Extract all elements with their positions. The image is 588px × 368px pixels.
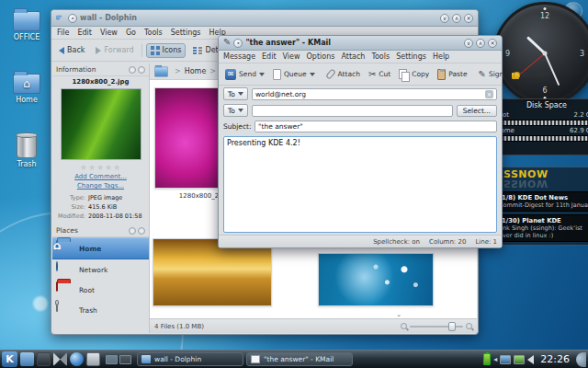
clear-field-icon[interactable]: ✕ [485, 90, 493, 98]
panel-close-icon[interactable] [138, 227, 145, 235]
file-cabinet-icon[interactable] [86, 352, 100, 366]
menu-attach[interactable]: Attach [341, 52, 365, 61]
chevron-down-icon [238, 109, 243, 115]
dolphin-titlebar[interactable]: • wall - Dolphin ∨ ∧ ✕ [51, 10, 478, 27]
panel-float-icon[interactable] [129, 227, 136, 235]
places-item-root[interactable]: Root [52, 280, 149, 300]
queue-button[interactable]: Queue [270, 67, 318, 82]
disk-space-widget[interactable]: Disk Space root 2.2 GiB home 62.9 GiB [491, 98, 588, 155]
copy-button[interactable]: Copy [396, 67, 432, 82]
send-button[interactable]: ✉ Send [222, 67, 267, 82]
disk-usage-bar [496, 120, 588, 126]
toolbar-separator [141, 44, 142, 57]
display-launcher-icon[interactable] [37, 352, 51, 366]
rssnow-widget[interactable]: RSSNOW RSSNOW (1/8) KDE Dot News Commit-… [491, 167, 588, 246]
cut-button[interactable]: ✂ Cut [366, 68, 393, 81]
menu-settings[interactable]: Settings [396, 52, 426, 61]
wallpaper-thumbnail-bokeh[interactable] [318, 253, 434, 306]
system-launcher-icon[interactable] [20, 352, 34, 366]
analog-clock-widget[interactable]: 12 3 6 9 [493, 2, 588, 105]
kmail-window[interactable]: ✎ • "the answer" - KMail ∨ ∧ ✕ Message E… [218, 35, 503, 248]
close-icon[interactable]: ✕ [464, 14, 473, 23]
window-menu-icon[interactable]: • [68, 14, 77, 23]
subject-field[interactable]: "the answer" [254, 121, 497, 132]
display-tray-icon[interactable] [500, 355, 511, 364]
rating-stars[interactable]: ★★★★★ [52, 163, 149, 172]
paste-button[interactable]: Paste [435, 67, 469, 82]
to-address-field[interactable]: world@net.org ✕ [252, 88, 497, 100]
kmenu-launcher-icon[interactable]: K [2, 351, 17, 367]
close-icon[interactable]: ✕ [488, 39, 497, 48]
panel-float-icon[interactable] [129, 66, 136, 74]
zoom-slider-track[interactable] [410, 326, 463, 328]
zoom-slider-handle[interactable] [448, 322, 456, 331]
to-address-field-2[interactable] [252, 105, 453, 117]
encrypt-button[interactable]: Encrypt [509, 67, 551, 81]
desktop-icon-home[interactable]: ⌂ Home [6, 74, 48, 104]
back-button[interactable]: Back [55, 44, 88, 56]
window-menu-icon[interactable]: • [233, 39, 243, 48]
icons-view-button[interactable]: Icons [146, 43, 187, 58]
menu-view[interactable]: View [283, 52, 300, 61]
pager-desktop-1[interactable] [106, 355, 118, 364]
rss-feed-item[interactable]: (1/30) Planet KDE ank Singh (ssingh): Ge… [495, 214, 588, 242]
change-tags-link[interactable]: Change Tags... [52, 181, 149, 190]
wallpaper-thumbnail-landscape[interactable] [153, 238, 272, 306]
places-item-trash[interactable]: Trash [52, 300, 149, 320]
to-recipient-combo[interactable]: To [223, 87, 248, 100]
composer-icon: ✎ [223, 38, 231, 49]
menu-view[interactable]: View [100, 29, 118, 37]
breadcrumb-item-home[interactable]: Home [185, 67, 207, 75]
menu-edit[interactable]: Edit [262, 52, 277, 61]
maximize-icon[interactable]: ∧ [452, 14, 461, 23]
places-item-network[interactable]: Network [52, 259, 149, 280]
minimize-icon[interactable]: ∨ [464, 39, 473, 48]
meta-label: Modified: [55, 213, 88, 220]
zoom-out-icon[interactable] [401, 323, 407, 329]
panel-cashew-icon[interactable] [576, 352, 586, 367]
pager-desktop-2[interactable] [119, 355, 131, 364]
task-button-dolphin[interactable]: wall - Dolphin [137, 352, 243, 366]
zoom-in-icon[interactable] [466, 323, 472, 329]
scrollbar-down-icon[interactable]: ⌄ [396, 311, 401, 318]
network-tray-icon[interactable] [514, 355, 525, 364]
breadcrumb-root-icon[interactable] [154, 66, 168, 76]
back-arrow-icon [59, 47, 64, 54]
minimize-icon[interactable]: ∨ [440, 14, 449, 23]
chevron-down-icon [259, 73, 265, 79]
lock-icon [512, 73, 519, 79]
desktop-icon-trash[interactable]: Trash [6, 134, 48, 168]
attach-button[interactable]: Attach [323, 67, 363, 81]
task-button-kmail[interactable]: "the answer" - KMail [246, 352, 353, 366]
system-settings-icon[interactable] [53, 352, 67, 366]
rss-feed-item[interactable]: (1/8) KDE Dot News Commit-Digest for 11t… [495, 191, 588, 212]
add-comment-link[interactable]: Add Comment... [52, 172, 149, 181]
menu-options[interactable]: Options [307, 52, 335, 61]
menu-tools[interactable]: Tools [144, 29, 163, 37]
volume-icon[interactable] [527, 355, 534, 364]
message-body-editor[interactable]: Presenting KDE 4.2! [223, 136, 497, 233]
menu-edit[interactable]: Edit [77, 29, 92, 37]
menu-file[interactable]: File [57, 29, 69, 37]
tray-expander-icon[interactable]: ◂ [493, 355, 497, 363]
menu-help[interactable]: Help [433, 52, 449, 61]
browser-globe-icon[interactable] [70, 352, 84, 366]
menu-settings[interactable]: Settings [171, 29, 201, 37]
places-item-home[interactable]: ⌂ Home [52, 237, 149, 259]
select-recipient-button[interactable]: Select... [457, 105, 497, 117]
desktop-icon-office[interactable]: OFFICE [6, 11, 48, 41]
kmail-titlebar[interactable]: ✎ • "the answer" - KMail ∨ ∧ ✕ [219, 36, 502, 51]
battery-icon[interactable] [483, 353, 491, 365]
forward-button[interactable]: Forward [92, 44, 137, 56]
digital-clock[interactable]: 22:26 [537, 353, 573, 365]
menu-tools[interactable]: Tools [371, 52, 390, 61]
to-recipient-combo[interactable]: To [223, 104, 248, 117]
clock-numeral: 9 [505, 50, 510, 58]
breadcrumb-separator: > [209, 67, 216, 75]
menu-go[interactable]: Go [126, 29, 136, 37]
maximize-icon[interactable]: ∧ [476, 39, 485, 48]
sign-button[interactable]: ✎ Sign [476, 68, 507, 81]
panel-close-icon[interactable] [138, 66, 145, 74]
zoom-slider[interactable] [401, 323, 472, 329]
menu-message[interactable]: Message [223, 52, 255, 61]
